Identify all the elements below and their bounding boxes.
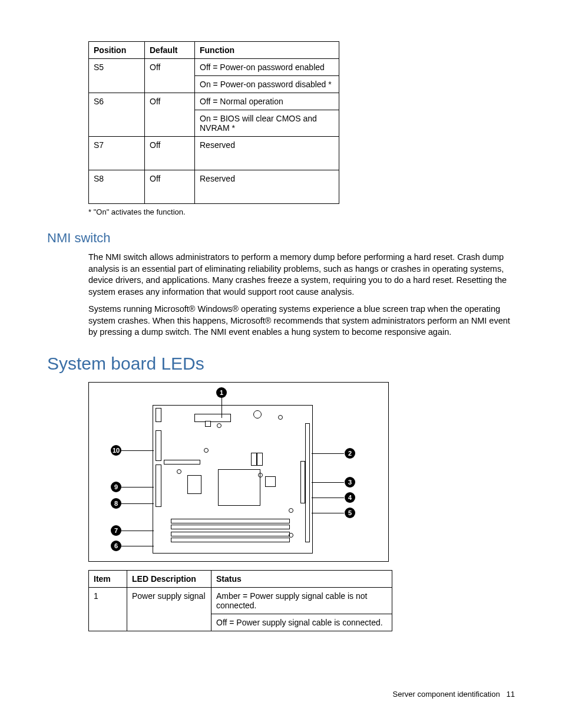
table-row: 1 Power supply signal Amber = Power supp… [89, 587, 392, 614]
table-row: S5 Off Off = Power-on password enabled [89, 59, 339, 76]
callout-1: 1 [216, 387, 227, 398]
led-description-table: Item LED Description Status 1 Power supp… [88, 570, 392, 631]
document-page: Position Default Function S5 Off Off = P… [0, 0, 562, 728]
table-row: S8 Off Reserved [89, 170, 339, 204]
callout-7: 7 [111, 525, 121, 536]
table-row: S6 Off Off = Normal operation [89, 93, 339, 110]
nmi-paragraph-2: Systems running Microsoft® Windows® oper… [88, 304, 515, 338]
callout-4: 4 [345, 492, 355, 503]
footer-page-number: 11 [507, 690, 515, 699]
callout-2: 2 [345, 448, 355, 459]
callout-10: 10 [111, 445, 121, 456]
col-status: Status [211, 570, 392, 587]
heading-nmi-switch: NMI switch [47, 230, 515, 246]
callout-5: 5 [345, 508, 355, 518]
callout-3: 3 [345, 477, 355, 487]
nmi-paragraph-1: The NMI switch allows administrators to … [88, 252, 515, 298]
callout-8: 8 [111, 498, 121, 509]
system-board-diagram: 1 2 3 4 5 6 7 8 9 10 [88, 382, 389, 562]
callout-9: 9 [111, 482, 121, 492]
col-led-description: LED Description [127, 570, 211, 587]
table-footnote: * "On" activates the function. [88, 207, 515, 216]
col-default: Default [145, 42, 195, 59]
callout-6: 6 [111, 541, 121, 551]
footer-section: Server component identification [393, 690, 500, 699]
col-item: Item [89, 570, 127, 587]
heading-system-board-leds: System board LEDs [47, 354, 515, 374]
col-position: Position [89, 42, 145, 59]
board-outline [153, 405, 313, 554]
table-row: S7 Off Reserved [89, 137, 339, 170]
page-footer: Server component identification 11 [393, 690, 515, 699]
col-function: Function [195, 42, 339, 59]
position-default-function-table: Position Default Function S5 Off Off = P… [88, 41, 339, 204]
